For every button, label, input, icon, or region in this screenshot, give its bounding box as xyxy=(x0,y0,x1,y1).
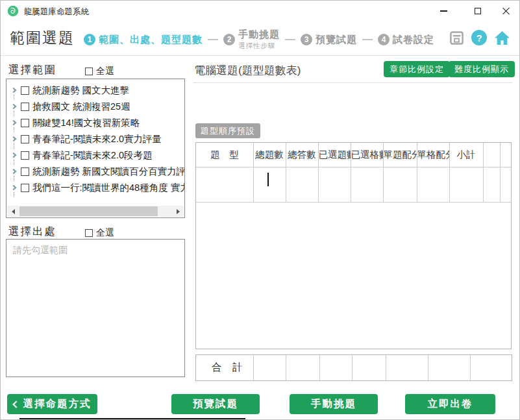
tree-item-checkbox[interactable] xyxy=(21,135,29,143)
help-icon[interactable]: ? xyxy=(471,30,487,45)
app-title: 龍騰題庫命題系統 xyxy=(24,6,89,18)
tree-item[interactable]: 關鍵雙14!國文複習新策略 xyxy=(10,115,184,131)
expand-chevron-icon[interactable] xyxy=(10,115,19,131)
tree-item-checkbox[interactable] xyxy=(21,184,29,192)
table-header-cell: 單題配分 xyxy=(383,143,417,167)
manual-pick-button[interactable]: 手動挑題 xyxy=(290,394,378,414)
expand-chevron-icon[interactable] xyxy=(10,164,19,180)
tree-item-checkbox[interactable] xyxy=(21,103,29,111)
close-icon xyxy=(502,7,510,15)
expand-chevron-icon[interactable] xyxy=(10,180,19,196)
table-cell[interactable] xyxy=(483,167,500,202)
step-4: 4 試卷設定 xyxy=(378,34,434,46)
text-caret xyxy=(267,173,269,186)
close-button[interactable] xyxy=(491,1,520,21)
range-panel-title: 選擇範圍 xyxy=(8,63,56,77)
source-placeholder-text: 請先勾選範圍 xyxy=(6,240,184,262)
app-logo-icon xyxy=(7,5,19,17)
tree-item-label: 青春筆記-閱讀未來2.0段考題 xyxy=(32,149,153,162)
table-header-row: 題 型總題數總答數已選題數已選格數單題配分單格配分小計 xyxy=(196,143,511,167)
table-cell[interactable] xyxy=(449,167,483,202)
tree-item[interactable]: 我們這一行:閱讀世界的48種角度 實力評量 xyxy=(10,180,184,196)
expand-chevron-icon[interactable] xyxy=(10,131,19,147)
source-panel-title: 選擇出處 xyxy=(8,225,56,239)
step-1-label: 範圍、出處、題型題數 xyxy=(99,34,203,46)
tree-item-checkbox[interactable] xyxy=(21,167,29,176)
horizontal-scrollbar[interactable] xyxy=(7,206,184,217)
scrollbar-thumb[interactable] xyxy=(19,206,158,216)
step-indicator: 1 範圍、出處、題型題數 2 手動挑題 選擇性步驟 3 預覽試題 4 試卷設定 xyxy=(84,27,434,53)
table-cell[interactable] xyxy=(318,167,351,202)
tree-item-label: 搶救國文 統測複習25週 xyxy=(32,101,130,113)
tree-item[interactable]: 青春筆記-閱讀未來2.0實力評量 xyxy=(10,131,184,147)
step-4-number-icon: 4 xyxy=(378,34,390,45)
source-select-all-checkbox[interactable] xyxy=(85,229,93,237)
tree-item-checkbox[interactable] xyxy=(21,119,29,127)
header-icon-group: ? xyxy=(449,30,510,45)
source-select-all-label: 全選 xyxy=(96,227,114,239)
table-cell[interactable] xyxy=(383,167,417,202)
tree-item[interactable]: 統測新趨勢 國文大進擊 xyxy=(10,82,184,99)
generate-paper-button[interactable]: 立即出卷 xyxy=(405,394,495,414)
range-select-all-label: 全選 xyxy=(96,66,114,77)
tree-item[interactable]: 青春筆記-閱讀未來2.0段考題 xyxy=(10,147,184,164)
tree-item-checkbox[interactable] xyxy=(21,151,29,160)
step-4-label: 試卷設定 xyxy=(393,34,434,46)
tree-item[interactable]: 統測新趨勢 新國文閱讀百分百實力評量 xyxy=(10,164,184,180)
table-row[interactable] xyxy=(196,167,511,202)
step-dash xyxy=(208,39,218,40)
type-order-preset-button[interactable]: 題型順序預設 xyxy=(195,123,260,138)
titlebar: 龍騰題庫命題系統 xyxy=(1,1,519,21)
table-header-cell xyxy=(483,143,500,167)
back-to-method-button[interactable]: 選擇命題方式 xyxy=(7,394,97,414)
main-panel-divider xyxy=(193,82,512,83)
step-dash xyxy=(285,39,295,40)
table-cell[interactable] xyxy=(351,167,383,202)
save-icon[interactable] xyxy=(449,31,464,45)
table-cell[interactable] xyxy=(500,167,511,202)
total-cell xyxy=(253,355,286,380)
total-cell xyxy=(470,355,512,380)
source-select-all[interactable]: 全選 xyxy=(85,227,114,239)
step-2-number-icon: 2 xyxy=(223,34,235,45)
step-2: 2 手動挑題 選擇性步驟 xyxy=(223,29,280,51)
table-cell[interactable] xyxy=(196,167,253,202)
range-select-all-checkbox[interactable] xyxy=(85,68,93,75)
tree-item[interactable]: 搶救國文 統測複習25週 xyxy=(10,99,184,115)
minimize-button[interactable] xyxy=(428,1,458,21)
tree-item-label: 青春筆記-閱讀未來2.0實力評量 xyxy=(32,133,162,145)
minimize-icon xyxy=(440,10,447,12)
back-to-method-label: 選擇命題方式 xyxy=(23,397,92,411)
preview-questions-button[interactable]: 預覽試題 xyxy=(171,394,260,414)
step-3-number-icon: 3 xyxy=(301,34,312,45)
expand-chevron-icon[interactable] xyxy=(10,82,19,99)
total-row: 合 計 xyxy=(196,355,512,380)
table-cell[interactable] xyxy=(417,167,449,202)
expand-chevron-icon[interactable] xyxy=(10,147,19,164)
tree-item-label: 統測新趨勢 新國文閱讀百分百實力評量 xyxy=(32,166,185,178)
taskbar-edge xyxy=(19,418,245,419)
question-type-table: 題 型總題數總答數已選題數已選格數單題配分單格配分小計 xyxy=(196,143,511,203)
step-3: 3 預覽試題 xyxy=(301,34,357,46)
table-header-cell xyxy=(500,143,511,167)
difficulty-ratio-button[interactable]: 難度比例顯示 xyxy=(449,61,515,77)
source-listbox[interactable]: 請先勾選範圍 xyxy=(6,239,185,377)
table-header-cell: 已選題數 xyxy=(318,143,351,167)
range-select-all[interactable]: 全選 xyxy=(85,66,114,77)
total-cell xyxy=(352,355,386,380)
home-icon[interactable] xyxy=(494,31,510,45)
table-header-cell: 小計 xyxy=(449,143,483,167)
range-listbox[interactable]: 統測新趨勢 國文大進擊搶救國文 統測複習25週關鍵雙14!國文複習新策略青春筆記… xyxy=(6,79,185,218)
scroll-right-icon[interactable] xyxy=(173,206,184,217)
table-header-cell: 總答數 xyxy=(286,143,318,167)
chapter-ratio-button[interactable]: 章節比例設定 xyxy=(384,61,450,77)
tree-item-checkbox[interactable] xyxy=(21,86,29,95)
table-cell[interactable] xyxy=(286,167,318,202)
table-cell[interactable] xyxy=(253,167,286,202)
maximize-button[interactable] xyxy=(463,1,493,21)
scroll-left-icon[interactable] xyxy=(7,206,18,217)
total-table: 合 計 xyxy=(196,355,512,380)
table-header-cell: 已選格數 xyxy=(351,143,383,167)
expand-chevron-icon[interactable] xyxy=(10,99,19,115)
tree-item-label: 我們這一行:閱讀世界的48種角度 實力評量 xyxy=(32,182,185,194)
